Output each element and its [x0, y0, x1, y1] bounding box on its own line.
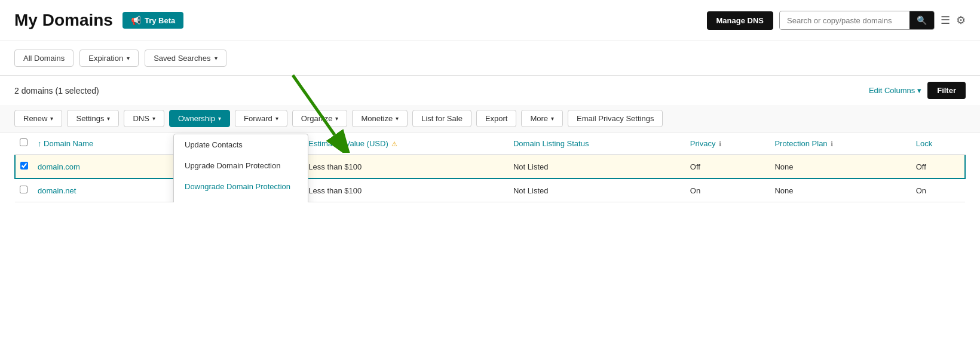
filter-button[interactable]: Filter: [927, 82, 966, 99]
row-domain-name: domain.net: [33, 178, 169, 202]
renew-button[interactable]: Renew ▾: [14, 110, 62, 127]
header-domain-name[interactable]: ↑ Domain Name: [33, 133, 169, 155]
domain-link-0[interactable]: domain.com: [38, 162, 80, 171]
megaphone-icon: 📢: [131, 16, 141, 25]
settings-chevron-icon: ▾: [107, 115, 110, 122]
menu-icon[interactable]: ☰: [941, 14, 950, 27]
table-header-row: ↑ Domain Name Auto-renew ℹ Estimated Val…: [15, 133, 965, 155]
header-domain-listing[interactable]: Domain Listing Status: [509, 133, 685, 155]
more-chevron-icon: ▾: [551, 115, 554, 122]
filter-icon[interactable]: ⚙: [956, 14, 966, 27]
settings-button[interactable]: Settings ▾: [67, 110, 119, 127]
protection-plan-info-icon: ℹ: [831, 140, 833, 147]
organize-chevron-icon: ▾: [335, 115, 338, 122]
header-checkbox-cell: [15, 133, 33, 155]
saved-searches-button[interactable]: Saved Searches ▾: [145, 50, 226, 67]
estimated-value-warn-icon: ⚠: [391, 140, 397, 147]
forward-button[interactable]: Forward ▾: [235, 110, 287, 127]
all-domains-button[interactable]: All Domains: [14, 50, 74, 67]
row-estimated-value: Less than $100: [304, 155, 509, 178]
header: My Domains 📢 Try Beta Manage DNS 🔍 ☰ ⚙: [0, 0, 980, 41]
row-checkbox-0[interactable]: [20, 162, 28, 170]
dropdown-item-update-contacts[interactable]: Update Contacts: [174, 134, 308, 155]
search-input[interactable]: [780, 12, 909, 29]
table-row: domain.net ··· Off Less than $100 Not Li…: [15, 178, 965, 202]
table-row: domain.com ··· Off Less than $100 Not Li…: [15, 155, 965, 178]
select-all-checkbox[interactable]: [20, 138, 27, 146]
expiration-button[interactable]: Expiration ▾: [79, 50, 139, 67]
monetize-button[interactable]: Monetize ▾: [352, 110, 408, 127]
header-privacy[interactable]: Privacy ℹ: [685, 133, 770, 155]
edit-columns-chevron-icon: ▾: [917, 86, 921, 95]
export-button[interactable]: Export: [476, 110, 517, 127]
header-icons: ☰ ⚙: [941, 14, 966, 27]
filters-bar: All Domains Expiration ▾ Saved Searches …: [0, 41, 980, 76]
manage-dns-button[interactable]: Manage DNS: [707, 11, 773, 30]
row-checkbox-cell: [15, 178, 33, 202]
right-actions: Edit Columns ▾ Filter: [869, 82, 966, 99]
header-estimated-value[interactable]: Estimated Value (USD) ⚠: [304, 133, 509, 155]
table-header-bar: 2 domains (1 selected) Edit Columns ▾ Fi…: [0, 76, 980, 105]
email-privacy-button[interactable]: Email Privacy Settings: [568, 110, 663, 127]
domains-count: 2 domains (1 selected): [14, 86, 99, 95]
row-lock: Off: [911, 155, 965, 178]
try-beta-button[interactable]: 📢 Try Beta: [122, 12, 183, 29]
row-protection-plan: None: [770, 155, 911, 178]
row-domain-listing: Not Listed: [509, 178, 685, 202]
dns-chevron-icon: ▾: [152, 115, 155, 122]
dns-button[interactable]: DNS ▾: [124, 110, 164, 127]
row-checkbox-1[interactable]: [20, 186, 27, 193]
row-protection-plan: None: [770, 178, 911, 202]
ownership-chevron-icon: ▾: [218, 115, 221, 122]
dropdown-item-downgrade-protection[interactable]: Downgrade Domain Protection: [174, 176, 308, 197]
more-button[interactable]: More ▾: [521, 110, 563, 127]
ownership-button[interactable]: Ownership ▾: [169, 110, 230, 127]
edit-columns-button[interactable]: Edit Columns ▾: [869, 86, 921, 95]
list-for-sale-button[interactable]: List for Sale: [412, 110, 471, 127]
domains-table: ↑ Domain Name Auto-renew ℹ Estimated Val…: [14, 133, 966, 202]
search-button[interactable]: 🔍: [909, 11, 934, 29]
domain-link-1[interactable]: domain.net: [38, 186, 76, 195]
renew-chevron-icon: ▾: [50, 115, 53, 122]
page-title: My Domains: [14, 11, 113, 30]
toolbar: Renew ▾ Settings ▾ DNS ▾ Ownership ▾ For…: [0, 105, 980, 133]
row-domain-listing: Not Listed: [509, 155, 685, 178]
header-right: Manage DNS 🔍 ☰ ⚙: [707, 11, 966, 30]
table-container: ↑ Domain Name Auto-renew ℹ Estimated Val…: [0, 133, 980, 202]
row-domain-name: domain.com: [33, 155, 169, 178]
row-checkbox-cell: [15, 155, 33, 178]
row-privacy: Off: [685, 155, 770, 178]
saved-searches-chevron-icon: ▾: [215, 55, 218, 61]
ownership-dropdown: Update Contacts Upgrade Domain Protectio…: [173, 134, 308, 202]
row-estimated-value: Less than $100: [304, 178, 509, 202]
header-protection-plan[interactable]: Protection Plan ℹ: [770, 133, 911, 155]
organize-button[interactable]: Organize ▾: [292, 110, 348, 127]
row-lock: On: [911, 178, 965, 202]
search-box: 🔍: [779, 11, 935, 30]
forward-chevron-icon: ▾: [275, 115, 278, 122]
dropdown-item-move-account[interactable]: Move to other GoDaddy Account: [174, 197, 308, 202]
dropdown-item-upgrade-protection[interactable]: Upgrade Domain Protection: [174, 155, 308, 176]
monetize-chevron-icon: ▾: [396, 115, 399, 122]
expiration-chevron-icon: ▾: [127, 55, 130, 61]
privacy-info-icon: ℹ: [719, 140, 721, 147]
row-privacy: On: [685, 178, 770, 202]
header-lock[interactable]: Lock: [911, 133, 965, 155]
